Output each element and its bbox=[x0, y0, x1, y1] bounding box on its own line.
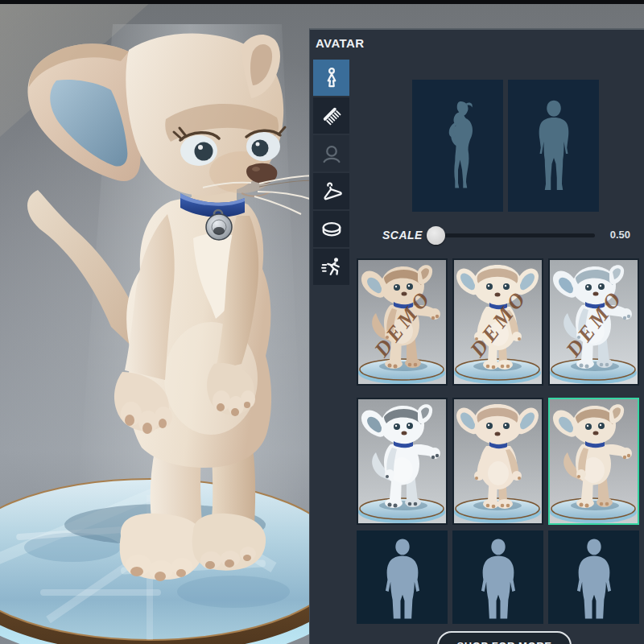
body-placeholder-silhouette bbox=[372, 537, 433, 621]
tool-clothing-button[interactable] bbox=[313, 173, 349, 209]
avatar-thumbnail-5[interactable] bbox=[452, 398, 543, 525]
runner-icon bbox=[320, 255, 344, 279]
tool-collar-button[interactable] bbox=[313, 211, 349, 247]
female-base-tile[interactable] bbox=[412, 80, 503, 212]
collar-icon bbox=[320, 217, 344, 242]
scale-slider-track[interactable] bbox=[436, 233, 595, 237]
catalog-row-2 bbox=[357, 398, 639, 525]
window-top-strip bbox=[0, 0, 644, 4]
tool-animation-button[interactable] bbox=[313, 249, 349, 285]
catalog-row-1: DEMO DEMO DEMO bbox=[357, 258, 639, 386]
male-base-tile[interactable] bbox=[508, 80, 599, 212]
avatar-thumbnail-2[interactable]: DEMO bbox=[452, 258, 543, 386]
scale-slider-knob[interactable] bbox=[427, 226, 445, 245]
avatar-panel: AVATAR bbox=[309, 28, 644, 644]
avatar-thumbnail-4[interactable] bbox=[357, 398, 448, 525]
scale-value: 0.50 bbox=[595, 229, 630, 241]
body-placeholder-silhouette bbox=[564, 537, 625, 621]
avatar-thumbnail-6-selected[interactable] bbox=[548, 398, 639, 525]
tool-body-button[interactable] bbox=[313, 60, 349, 96]
catalog-row-3 bbox=[357, 530, 639, 624]
female-figure-icon bbox=[320, 66, 344, 90]
shop-button-label: SHOP FOR MORE bbox=[456, 640, 551, 644]
female-silhouette bbox=[430, 97, 486, 194]
face-icon bbox=[320, 142, 344, 166]
avatar-thumbnail-1[interactable]: DEMO bbox=[357, 258, 448, 386]
tool-hair-button[interactable] bbox=[313, 97, 349, 134]
comb-icon bbox=[320, 104, 344, 128]
avatar-editor-window: AVATAR bbox=[0, 0, 644, 644]
shop-for-more-button[interactable]: SHOP FOR MORE bbox=[437, 631, 572, 644]
empty-slot-3[interactable] bbox=[548, 530, 639, 624]
body-placeholder-silhouette bbox=[468, 537, 529, 621]
male-silhouette bbox=[526, 94, 582, 197]
tool-column bbox=[313, 60, 349, 285]
empty-slot-2[interactable] bbox=[452, 530, 543, 624]
avatar-thumbnail-3[interactable]: DEMO bbox=[548, 258, 639, 386]
hanger-icon bbox=[320, 180, 344, 204]
empty-slot-1[interactable] bbox=[357, 530, 448, 624]
scale-label: SCALE bbox=[382, 229, 423, 242]
tool-face-button[interactable] bbox=[313, 135, 349, 171]
panel-title: AVATAR bbox=[316, 36, 364, 50]
base-avatar-previews bbox=[412, 80, 599, 212]
